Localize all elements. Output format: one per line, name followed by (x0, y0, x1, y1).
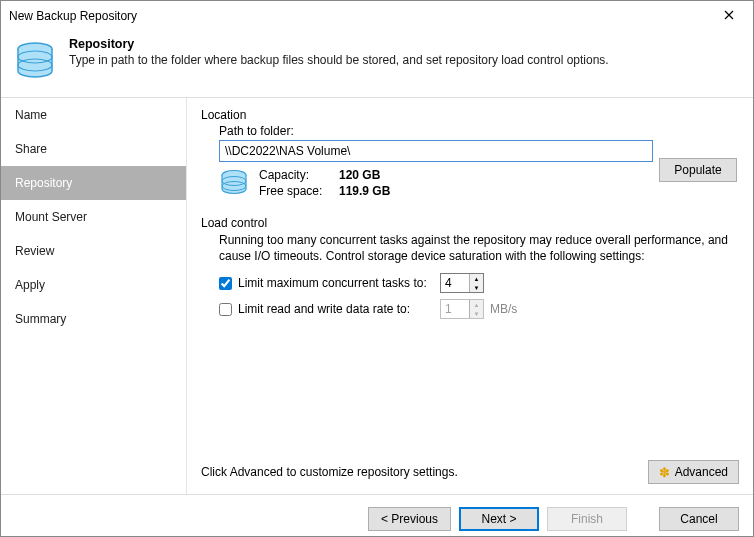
wizard-main: Location Path to folder: Populate Capaci… (187, 98, 753, 494)
cancel-button[interactable]: Cancel (659, 507, 739, 531)
capacity-value: 120 GB (339, 168, 390, 182)
sidebar-step-apply[interactable]: Apply (1, 268, 186, 302)
repository-icon (13, 39, 57, 83)
previous-button[interactable]: < Previous (368, 507, 451, 531)
sidebar-step-repository[interactable]: Repository (1, 166, 186, 200)
wizard-header: Repository Type in path to the folder wh… (1, 31, 753, 97)
limit-tasks-spinner[interactable]: ▲ ▼ (440, 273, 484, 293)
limit-rate-checkbox[interactable] (219, 303, 232, 316)
spinner-up-icon[interactable]: ▲ (470, 300, 483, 309)
wizard-button-bar: < Previous Next > Finish Cancel (1, 494, 753, 537)
next-button[interactable]: Next > (459, 507, 539, 531)
path-input[interactable] (219, 140, 653, 162)
titlebar: New Backup Repository (1, 1, 753, 31)
spinner-up-icon[interactable]: ▲ (470, 274, 483, 283)
sidebar-step-share[interactable]: Share (1, 132, 186, 166)
limit-tasks-value[interactable] (441, 274, 469, 292)
gear-icon: ✽ (659, 465, 670, 480)
path-label: Path to folder: (219, 124, 739, 138)
load-section-label: Load control (201, 216, 739, 230)
limit-tasks-checkbox[interactable] (219, 277, 232, 290)
header-heading: Repository (69, 37, 609, 51)
limit-rate-label[interactable]: Limit read and write data rate to: (238, 302, 434, 316)
location-section-label: Location (201, 108, 739, 122)
capacity-label: Capacity: (259, 168, 339, 182)
spinner-down-icon[interactable]: ▼ (470, 309, 483, 318)
limit-tasks-label[interactable]: Limit maximum concurrent tasks to: (238, 276, 434, 290)
populate-button[interactable]: Populate (659, 158, 737, 182)
close-icon (724, 10, 734, 20)
freespace-label: Free space: (259, 184, 339, 198)
load-description: Running too many concurrent tasks agains… (219, 232, 729, 264)
wizard-sidebar: NameShareRepositoryMount ServerReviewApp… (1, 98, 187, 494)
sidebar-step-mount-server[interactable]: Mount Server (1, 200, 186, 234)
limit-rate-spinner[interactable]: ▲ ▼ (440, 299, 484, 319)
advanced-button[interactable]: ✽ Advanced (648, 460, 739, 484)
sidebar-step-name[interactable]: Name (1, 98, 186, 132)
sidebar-step-summary[interactable]: Summary (1, 302, 186, 336)
header-subheading: Type in path to the folder where backup … (69, 53, 609, 67)
limit-rate-value (441, 300, 469, 318)
advanced-hint: Click Advanced to customize repository s… (201, 465, 458, 479)
finish-button: Finish (547, 507, 627, 531)
window-title: New Backup Repository (9, 9, 137, 23)
advanced-button-label: Advanced (675, 465, 728, 479)
freespace-value: 119.9 GB (339, 184, 390, 198)
sidebar-step-review[interactable]: Review (1, 234, 186, 268)
rate-unit: MB/s (490, 302, 517, 316)
disk-icon (219, 168, 249, 198)
spinner-down-icon[interactable]: ▼ (470, 283, 483, 292)
close-button[interactable] (709, 1, 749, 29)
